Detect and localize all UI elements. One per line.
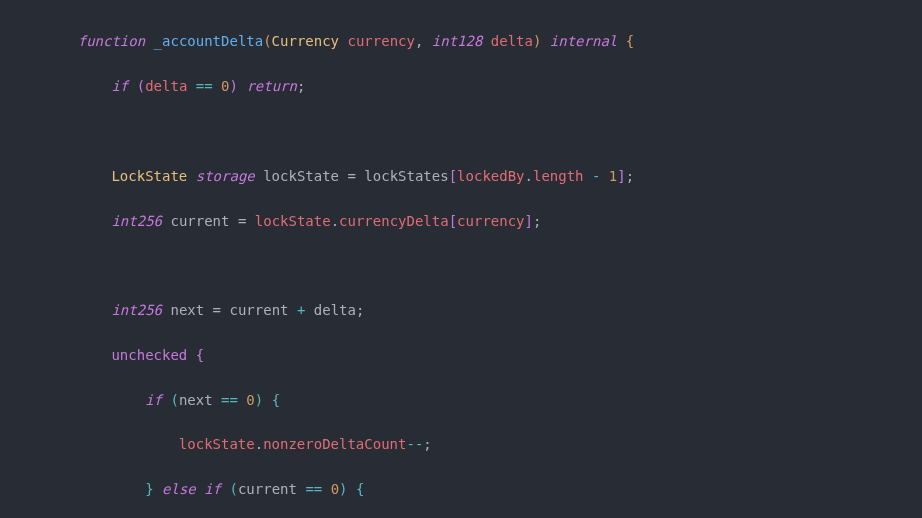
function-name: _accountDelta — [154, 33, 264, 49]
keyword-internal: internal — [550, 33, 617, 49]
keyword-return: return — [246, 78, 297, 94]
code-line[interactable]: unchecked { — [44, 344, 922, 366]
code-line[interactable]: int256 current = lockState.currencyDelta… — [44, 210, 922, 232]
code-line[interactable]: function _accountDelta(Currency currency… — [44, 30, 922, 52]
code-line[interactable]: lockState.nonzeroDeltaCount--; — [44, 433, 922, 455]
code-line[interactable]: if (next == 0) { — [44, 389, 922, 411]
keyword-if: if — [204, 481, 221, 497]
keyword-function: function — [78, 33, 145, 49]
code-line-blank[interactable] — [44, 254, 922, 276]
code-line[interactable]: if (delta == 0) return; — [44, 75, 922, 97]
code-line[interactable]: LockState storage lockState = lockStates… — [44, 165, 922, 187]
code-line[interactable]: } else if (current == 0) { — [44, 478, 922, 500]
keyword-if: if — [111, 78, 128, 94]
code-line[interactable]: int256 next = current + delta; — [44, 299, 922, 321]
keyword-else: else — [162, 481, 196, 497]
keyword-if: if — [145, 392, 162, 408]
keyword-storage: storage — [196, 168, 255, 184]
keyword-unchecked: unchecked — [111, 347, 187, 363]
code-line-blank[interactable] — [44, 120, 922, 142]
code-editor[interactable]: function _accountDelta(Currency currency… — [8, 8, 922, 518]
